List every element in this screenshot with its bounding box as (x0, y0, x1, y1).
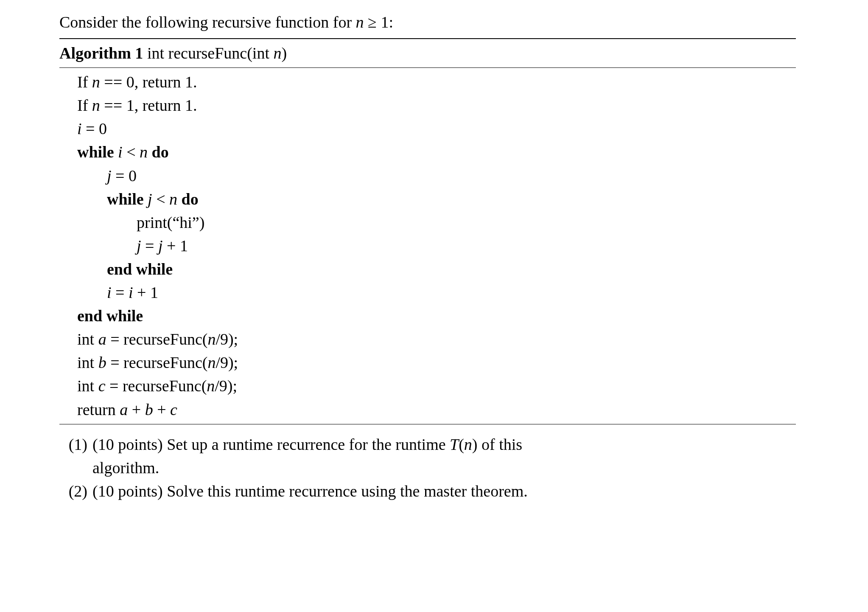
algo-line: return a + b + c (77, 398, 796, 421)
var-n: n (464, 435, 472, 453)
var-j: j (137, 237, 141, 255)
text: If (77, 96, 92, 114)
text: == 1, return 1. (100, 96, 197, 114)
algo-line: while i < n do (77, 140, 796, 164)
text: print(“hi”) (137, 213, 204, 231)
page: Consider the following recursive functio… (0, 0, 868, 612)
question-2: (2) (10 points) Solve this runtime recur… (59, 480, 796, 503)
var-j: j (107, 167, 112, 185)
var-n: n (207, 330, 216, 348)
algorithm-label: Algorithm 1 (59, 44, 143, 62)
question-text: (10 points) Set up a runtime recurrence … (92, 433, 796, 456)
text: + 1 (163, 237, 188, 255)
var-i: i (129, 284, 133, 301)
algorithm-sig-head: int recurseFunc(int (143, 44, 273, 62)
text: = recurseFunc( (106, 330, 208, 348)
algo-line: If n == 1, return 1. (77, 94, 796, 117)
algo-line: int b = recurseFunc(n/9); (77, 351, 796, 374)
question-1-cont: algorithm. (59, 456, 796, 480)
text: + (153, 401, 170, 418)
kw-endwhile: end while (77, 307, 143, 325)
question-number: (1) (59, 433, 92, 456)
rule-top (59, 38, 796, 39)
kw-while: while (77, 143, 118, 161)
text: If (77, 73, 92, 91)
var-j: j (148, 190, 152, 208)
algorithm-sig-tail: ) (281, 44, 287, 62)
intro-prefix: Consider the following recursive functio… (59, 13, 356, 31)
text: = recurseFunc( (106, 377, 207, 395)
var-n: n (92, 96, 100, 114)
text: + (128, 401, 145, 418)
question-number: (2) (59, 480, 92, 503)
text: = 0 (112, 167, 137, 185)
var-n: n (207, 377, 215, 395)
var-b: b (98, 354, 106, 371)
kw-do: do (177, 190, 199, 208)
algo-line: int a = recurseFunc(n/9); (77, 328, 796, 351)
var-a: a (120, 401, 128, 418)
text: ) (472, 435, 478, 453)
kw-endwhile: end while (107, 260, 173, 278)
algo-line: i = 0 (77, 117, 796, 140)
text: /9); (216, 354, 238, 371)
text: int (77, 330, 98, 348)
intro-text: Consider the following recursive functio… (59, 11, 796, 34)
rule-bottom (59, 424, 796, 424)
var-T: T (450, 435, 459, 453)
algo-line: end while (77, 304, 796, 328)
text: + 1 (133, 284, 158, 301)
text: = (141, 237, 158, 255)
var-c: c (98, 377, 106, 395)
var-i: i (107, 284, 112, 301)
algorithm-title: Algorithm 1 int recurseFunc(int n) (59, 41, 796, 66)
var-b: b (145, 401, 153, 418)
algo-line: i = i + 1 (77, 281, 796, 304)
kw-while: while (107, 190, 148, 208)
algo-line: print(“hi”) (77, 211, 796, 234)
text: algorithm. (92, 459, 159, 477)
algorithm-body: If n == 0, return 1. If n == 1, return 1… (59, 70, 796, 421)
intro-var-n: n (356, 13, 364, 31)
text: /9); (215, 377, 237, 395)
algo-line: int c = recurseFunc(n/9); (77, 374, 796, 398)
var-j: j (158, 237, 163, 255)
rule-mid (59, 67, 796, 68)
algo-line: If n == 0, return 1. (77, 70, 796, 94)
question-text: (10 points) Solve this runtime recurrenc… (92, 480, 796, 503)
var-n: n (207, 354, 216, 371)
text: = (112, 284, 129, 301)
text: == 0, return 1. (100, 73, 197, 91)
algo-line: j = 0 (77, 164, 796, 188)
text: return (77, 401, 120, 418)
text: (10 points) Solve this runtime recurrenc… (92, 482, 528, 500)
questions: (1) (10 points) Set up a runtime recurre… (59, 433, 796, 503)
text: < (123, 143, 140, 161)
algo-line: end while (77, 258, 796, 281)
intro-relation: ≥ 1: (364, 13, 393, 31)
algo-line: while j < n do (77, 188, 796, 211)
text: = recurseFunc( (106, 354, 208, 371)
var-a: a (98, 330, 106, 348)
question-1: (1) (10 points) Set up a runtime recurre… (59, 433, 796, 456)
text: = 0 (82, 120, 107, 138)
var-i: i (77, 120, 82, 138)
var-c: c (170, 401, 177, 418)
var-n: n (92, 73, 100, 91)
text: (10 points) Set up a runtime recurrence … (92, 435, 450, 453)
text: of this (478, 435, 523, 453)
var-n: n (140, 143, 148, 161)
text: ( (459, 435, 464, 453)
text: int (77, 377, 98, 395)
algorithm-sig-var: n (273, 44, 281, 62)
text: /9); (216, 330, 238, 348)
algo-line: j = j + 1 (77, 234, 796, 258)
text: < (152, 190, 169, 208)
var-i: i (118, 143, 123, 161)
text: int (77, 354, 98, 371)
kw-do: do (148, 143, 169, 161)
var-n: n (169, 190, 177, 208)
